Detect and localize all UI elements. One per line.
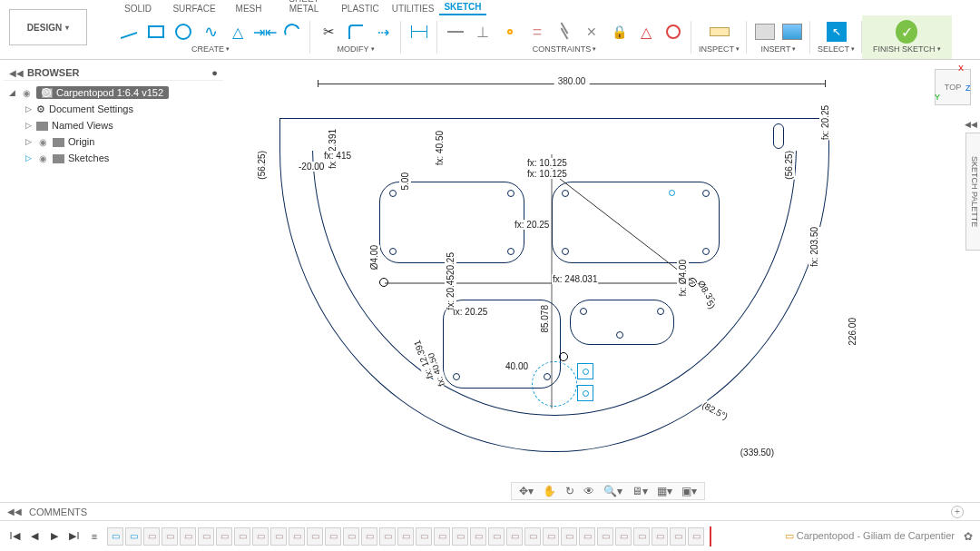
timeline-feature[interactable]: ▭ [397, 527, 414, 546]
dimension-value[interactable]: (339.50) [740, 448, 775, 458]
timeline-feature[interactable]: ▭ [216, 527, 232, 546]
lock-constraint-icon[interactable]: 🔒 [608, 21, 630, 43]
group-constraints-label[interactable]: CONSTRAINTS [533, 44, 597, 54]
dimension-value[interactable]: fx: 20.25 [819, 105, 831, 140]
timeline-feature[interactable]: ▭ [652, 527, 668, 546]
timeline-prev-icon[interactable]: ◀ [27, 530, 42, 542]
sketch-canvas[interactable]: TOP XYZ ◀◀ SKETCH PALETTE 380.00 [236, 60, 980, 502]
sketch-profile[interactable] [570, 300, 674, 345]
fix-constraint-icon[interactable]: △ [635, 21, 657, 43]
timeline-feature[interactable]: ▭ [180, 527, 196, 546]
select-tool-icon[interactable]: ↖ [826, 21, 848, 43]
tab-mesh[interactable]: MESH [223, 2, 274, 15]
timeline-feature[interactable]: ▭ [434, 527, 450, 546]
visibility-icon[interactable]: ◉ [36, 137, 49, 147]
circle-tool-icon[interactable] [172, 21, 194, 43]
rectangle-tool-icon[interactable] [145, 21, 167, 43]
dimension-value[interactable]: Ø4.00 [368, 245, 380, 270]
dimension-value[interactable]: fx: 40.50 [434, 131, 446, 165]
timeline-play-icon[interactable]: ▶ [47, 530, 62, 542]
orbit-icon[interactable]: ✥▾ [519, 485, 534, 497]
dimension-value[interactable]: 85.078 [539, 305, 551, 333]
timeline-feature[interactable]: ▭ [524, 527, 541, 546]
trim-tool-icon[interactable]: ✂ [318, 21, 339, 43]
comments-collapse-icon[interactable]: ◀◀ [7, 507, 22, 517]
tree-sketches[interactable]: Sketches [68, 153, 109, 163]
tab-plastic[interactable]: PLASTIC [334, 2, 387, 15]
group-insert-label[interactable]: INSERT [761, 44, 797, 54]
group-inspect-label[interactable]: INSPECT [699, 44, 740, 54]
tab-utilities[interactable]: UTILITIES [387, 2, 439, 15]
dimension-value[interactable]: fx: 20.25 [514, 220, 550, 230]
dimension-value[interactable]: fx: 10.125 [526, 169, 568, 179]
dimension-value[interactable]: (56.25) [783, 151, 795, 180]
timeline-feature[interactable]: ▭ [162, 527, 178, 546]
browser-settings-icon[interactable]: ● [211, 67, 218, 78]
workspace-dropdown[interactable]: DESIGN [9, 9, 87, 45]
timeline-feature[interactable]: ▭ [234, 527, 250, 546]
timeline-feature[interactable]: ▭ [198, 527, 214, 546]
dimension-value[interactable]: fx: Ø4.00 [677, 260, 689, 297]
zoom-icon[interactable]: 🔍▾ [603, 485, 622, 497]
spline-tool-icon[interactable]: ∿ [200, 21, 221, 43]
timeline-feature[interactable]: ▭ [488, 527, 505, 546]
sketch-circle[interactable] [583, 369, 589, 375]
tree-toggle-icon[interactable]: ◢ [7, 88, 16, 97]
group-create-label[interactable]: CREATE [191, 44, 230, 54]
tree-named-views[interactable]: Named Views [52, 120, 113, 131]
timeline-feature[interactable]: ▭ [543, 527, 559, 546]
line-tool-icon[interactable] [118, 21, 140, 43]
tree-toggle-icon[interactable]: ▷ [24, 153, 33, 162]
dimension-value[interactable]: 40.00 [505, 361, 529, 371]
tab-surface[interactable]: SURFACE [165, 2, 223, 15]
group-select-label[interactable]: SELECT [818, 44, 855, 54]
timeline-feature[interactable]: ▭ [289, 527, 305, 546]
timeline-start-icon[interactable]: I◀ [7, 530, 22, 542]
dimension-value[interactable]: 226.00 [847, 318, 858, 346]
timeline-feature[interactable]: ▭ [107, 527, 123, 546]
timeline-feature[interactable]: ▭ [670, 527, 686, 546]
visibility-icon[interactable]: ◉ [20, 88, 33, 98]
sketch-palette-tab[interactable]: SKETCH PALETTE [965, 133, 980, 251]
equal-constraint-icon[interactable]: = [526, 21, 548, 43]
sketch-circle[interactable] [379, 278, 388, 287]
orbit-free-icon[interactable]: ↻ [565, 485, 574, 497]
measure-tool-icon[interactable] [709, 21, 730, 43]
insert-decal-icon[interactable] [754, 21, 776, 43]
dimension[interactable]: 380.00 [318, 80, 826, 96]
timeline-feature[interactable]: ▭ [325, 527, 341, 546]
add-comment-icon[interactable]: + [951, 506, 964, 518]
insert-image-icon[interactable] [781, 21, 803, 43]
tab-solid[interactable]: SOLID [111, 2, 165, 15]
sketch-construction-circle[interactable] [532, 361, 577, 407]
timeline-feature[interactable]: ▭ [252, 527, 269, 546]
timeline-feature[interactable]: ▭ [688, 527, 704, 546]
tangent-constraint-icon[interactable]: ✕ [581, 21, 603, 43]
tab-sketch[interactable]: SKETCH [439, 0, 486, 15]
display-icon[interactable]: 🖥▾ [632, 485, 648, 497]
dimension-value[interactable]: fx: 415 [323, 151, 352, 161]
sketch-profile[interactable] [379, 182, 524, 263]
timeline-feature[interactable]: ▭ [125, 527, 142, 546]
dimension-tool-icon[interactable] [408, 21, 430, 43]
pan-icon[interactable]: ✋ [543, 485, 556, 497]
sketch-slot[interactable] [773, 123, 784, 149]
timeline-marker[interactable] [710, 526, 711, 546]
dimension-value[interactable]: fx: 248.031 [552, 274, 598, 284]
timeline-feature[interactable]: ▭ [561, 527, 577, 546]
dimension-value[interactable]: fx: 203.50 [808, 227, 820, 267]
sketch-circle[interactable] [559, 352, 568, 361]
timeline-end-icon[interactable]: ≡ [87, 531, 102, 542]
dimension-value[interactable]: (56.25) [256, 151, 268, 180]
timeline-feature[interactable]: ▭ [416, 527, 432, 546]
timeline-feature[interactable]: ▭ [343, 527, 359, 546]
sketch-circle[interactable] [583, 390, 589, 397]
parallel-constraint-icon[interactable] [554, 21, 575, 43]
look-icon[interactable]: 👁 [583, 485, 594, 497]
dimension-value[interactable]: fx: 10.125 [526, 158, 568, 168]
timeline-feature[interactable]: ▭ [379, 527, 396, 546]
timeline-feature[interactable]: ▭ [470, 527, 486, 546]
browser-collapse-icon[interactable]: ◀◀ [9, 68, 24, 78]
tree-toggle-icon[interactable]: ▷ [24, 121, 33, 130]
tree-origin[interactable]: Origin [68, 136, 94, 147]
